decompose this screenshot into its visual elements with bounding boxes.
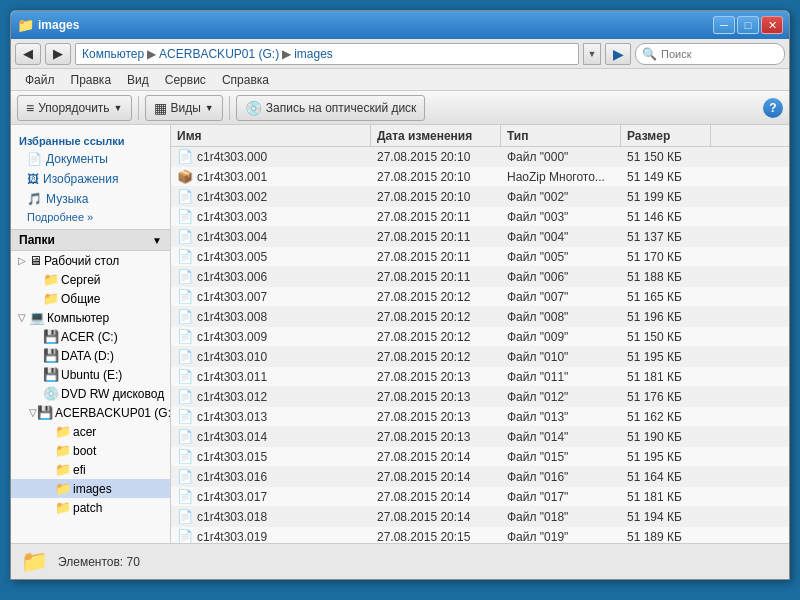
tree-item-computer[interactable]: ▽ 💻 Компьютер xyxy=(11,308,170,327)
col-header-size[interactable]: Размер xyxy=(621,125,711,146)
forward-button[interactable]: ▶ xyxy=(45,43,71,65)
sidebar-link-images[interactable]: 🖼 Изображения xyxy=(11,169,170,189)
cell-date: 27.08.2015 20:11 xyxy=(371,247,501,266)
cell-name: 📄c1r4t303.008 xyxy=(171,307,371,326)
cell-name: 📄c1r4t303.016 xyxy=(171,467,371,486)
images-folder-label: images xyxy=(73,482,112,496)
organize-chevron-icon: ▼ xyxy=(114,103,123,113)
file-icon: 📦 xyxy=(177,169,193,184)
cell-date: 27.08.2015 20:13 xyxy=(371,387,501,406)
file-list-body[interactable]: 📄c1r4t303.00027.08.2015 20:10Файл "000"5… xyxy=(171,147,789,543)
back-button[interactable]: ◀ xyxy=(15,43,41,65)
cell-size: 51 170 КБ xyxy=(621,247,711,266)
tree-item-acerbackup[interactable]: ▽ 💾 ACERBACKUP01 (G: xyxy=(11,403,170,422)
tree-item-shared[interactable]: 📁 Общие xyxy=(11,289,170,308)
cell-size: 51 190 КБ xyxy=(621,427,711,446)
cell-type: Файл "002" xyxy=(501,187,621,206)
table-row[interactable]: 📄c1r4t303.01527.08.2015 20:14Файл "015"5… xyxy=(171,447,789,467)
table-row[interactable]: 📄c1r4t303.01327.08.2015 20:13Файл "013"5… xyxy=(171,407,789,427)
table-row[interactable]: 📄c1r4t303.01227.08.2015 20:13Файл "012"5… xyxy=(171,387,789,407)
burn-button[interactable]: 💿 Запись на оптический диск xyxy=(236,95,426,121)
table-row[interactable]: 📄c1r4t303.00027.08.2015 20:10Файл "000"5… xyxy=(171,147,789,167)
acer-folder-label: acer xyxy=(73,425,96,439)
cell-size: 51 189 КБ xyxy=(621,527,711,543)
sidebar-more[interactable]: Подробнее » xyxy=(11,209,170,225)
organize-button[interactable]: ≡ Упорядочить ▼ xyxy=(17,95,132,121)
images-label: Изображения xyxy=(43,172,118,186)
table-row[interactable]: 📄c1r4t303.00527.08.2015 20:11Файл "005"5… xyxy=(171,247,789,267)
table-row[interactable]: 📄c1r4t303.01927.08.2015 20:15Файл "019"5… xyxy=(171,527,789,543)
minimize-button[interactable]: ─ xyxy=(713,16,735,34)
table-row[interactable]: 📄c1r4t303.00927.08.2015 20:12Файл "009"5… xyxy=(171,327,789,347)
cell-type: Файл "006" xyxy=(501,267,621,286)
tree-item-ubuntu-e[interactable]: 💾 Ubuntu (E:) xyxy=(11,365,170,384)
table-row[interactable]: 📄c1r4t303.01027.08.2015 20:12Файл "010"5… xyxy=(171,347,789,367)
col-header-type[interactable]: Тип xyxy=(501,125,621,146)
cell-size: 51 146 КБ xyxy=(621,207,711,226)
file-name: c1r4t303.012 xyxy=(197,390,267,404)
menu-edit[interactable]: Правка xyxy=(63,71,120,89)
table-row[interactable]: 📄c1r4t303.00427.08.2015 20:11Файл "004"5… xyxy=(171,227,789,247)
cell-date: 27.08.2015 20:11 xyxy=(371,207,501,226)
sidebar-link-music[interactable]: 🎵 Музыка xyxy=(11,189,170,209)
col-header-name[interactable]: Имя xyxy=(171,125,371,146)
boot-label: boot xyxy=(73,444,96,458)
path-drive[interactable]: ACERBACKUP01 (G:) xyxy=(159,47,279,61)
table-row[interactable]: 📄c1r4t303.01727.08.2015 20:14Файл "017"5… xyxy=(171,487,789,507)
tree-item-boot[interactable]: 📁 boot xyxy=(11,441,170,460)
file-name: c1r4t303.019 xyxy=(197,530,267,544)
images-folder-icon: 📁 xyxy=(55,481,71,496)
music-label: Музыка xyxy=(46,192,88,206)
address-path[interactable]: Компьютер ▶ ACERBACKUP01 (G:) ▶ images xyxy=(75,43,579,65)
file-icon: 📄 xyxy=(177,329,193,344)
menu-view[interactable]: Вид xyxy=(119,71,157,89)
views-button[interactable]: ▦ Виды ▼ xyxy=(145,95,223,121)
table-row[interactable]: 📄c1r4t303.00227.08.2015 20:10Файл "002"5… xyxy=(171,187,789,207)
tree-item-data-d[interactable]: 💾 DATA (D:) xyxy=(11,346,170,365)
tree-item-desktop[interactable]: ▷ 🖥 Рабочий стол xyxy=(11,251,170,270)
path-dropdown-button[interactable]: ▼ xyxy=(583,43,601,65)
file-name: c1r4t303.004 xyxy=(197,230,267,244)
folders-header[interactable]: Папки ▼ xyxy=(11,229,170,251)
data-d-icon: 💾 xyxy=(43,348,59,363)
tree-item-images[interactable]: 📁 images xyxy=(11,479,170,498)
help-button[interactable]: ? xyxy=(763,98,783,118)
tree-item-patch[interactable]: 📁 patch xyxy=(11,498,170,517)
menu-tools[interactable]: Сервис xyxy=(157,71,214,89)
tree-item-efi[interactable]: 📁 efi xyxy=(11,460,170,479)
organize-icon: ≡ xyxy=(26,100,34,116)
menu-help[interactable]: Справка xyxy=(214,71,277,89)
acer-c-label: ACER (C:) xyxy=(61,330,118,344)
folders-section: Папки ▼ ▷ 🖥 Рабочий стол 📁 Сергей 📁 xyxy=(11,229,170,517)
file-icon: 📄 xyxy=(177,409,193,424)
efi-icon: 📁 xyxy=(55,462,71,477)
path-computer[interactable]: Компьютер xyxy=(82,47,144,61)
search-input[interactable] xyxy=(661,48,778,60)
cell-type: Файл "009" xyxy=(501,327,621,346)
cell-type: Файл "015" xyxy=(501,447,621,466)
table-row[interactable]: 📄c1r4t303.01627.08.2015 20:14Файл "016"5… xyxy=(171,467,789,487)
table-row[interactable]: 📄c1r4t303.00327.08.2015 20:11Файл "003"5… xyxy=(171,207,789,227)
file-name: c1r4t303.013 xyxy=(197,410,267,424)
table-row[interactable]: 📄c1r4t303.01127.08.2015 20:13Файл "011"5… xyxy=(171,367,789,387)
table-row[interactable]: 📄c1r4t303.00827.08.2015 20:12Файл "008"5… xyxy=(171,307,789,327)
table-row[interactable]: 📄c1r4t303.01427.08.2015 20:13Файл "014"5… xyxy=(171,427,789,447)
table-row[interactable]: 📄c1r4t303.00627.08.2015 20:11Файл "006"5… xyxy=(171,267,789,287)
table-row[interactable]: 📦c1r4t303.00127.08.2015 20:10HaoZip Мног… xyxy=(171,167,789,187)
tree-item-acer-c[interactable]: 💾 ACER (C:) xyxy=(11,327,170,346)
table-row[interactable]: 📄c1r4t303.00727.08.2015 20:12Файл "007"5… xyxy=(171,287,789,307)
go-button[interactable]: ▶ xyxy=(605,43,631,65)
path-folder[interactable]: images xyxy=(294,47,333,61)
file-name: c1r4t303.018 xyxy=(197,510,267,524)
tree-item-acer-folder[interactable]: 📁 acer xyxy=(11,422,170,441)
close-button[interactable]: ✕ xyxy=(761,16,783,34)
tree-item-sergey[interactable]: 📁 Сергей xyxy=(11,270,170,289)
menu-file[interactable]: Файл xyxy=(17,71,63,89)
cell-name: 📄c1r4t303.017 xyxy=(171,487,371,506)
cell-date: 27.08.2015 20:11 xyxy=(371,267,501,286)
table-row[interactable]: 📄c1r4t303.01827.08.2015 20:14Файл "018"5… xyxy=(171,507,789,527)
tree-item-dvd[interactable]: 💿 DVD RW дисковод xyxy=(11,384,170,403)
maximize-button[interactable]: □ xyxy=(737,16,759,34)
sidebar-link-documents[interactable]: 📄 Документы xyxy=(11,149,170,169)
col-header-date[interactable]: Дата изменения xyxy=(371,125,501,146)
